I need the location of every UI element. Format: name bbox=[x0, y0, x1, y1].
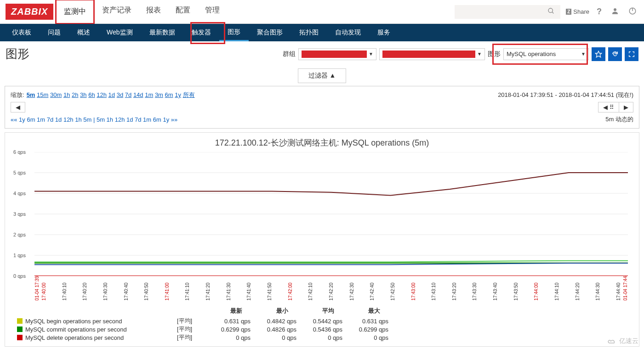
graph-select[interactable]: MySQL operations ▼ bbox=[503, 48, 589, 60]
x-tick: 17:43:20 bbox=[452, 276, 457, 300]
host-select[interactable]: ▼ bbox=[379, 48, 485, 60]
group-select[interactable]: ▼ bbox=[298, 48, 376, 60]
zoom-link-6h[interactable]: 6h bbox=[88, 91, 95, 98]
subnav-services[interactable]: 服务 bbox=[369, 24, 399, 41]
x-tick: 17:40:00 bbox=[41, 276, 46, 300]
search-icon[interactable] bbox=[546, 6, 557, 18]
legend-header-latest: 最新 bbox=[196, 307, 242, 315]
svg-point-0 bbox=[548, 8, 553, 12]
legend-max: 0 qps bbox=[342, 334, 388, 341]
zoom-link-3m[interactable]: 3m bbox=[155, 91, 163, 98]
series-line bbox=[34, 261, 628, 262]
zoom-link-1m[interactable]: 1m bbox=[145, 91, 153, 98]
legend-header-max: 最大 bbox=[334, 307, 380, 315]
zoom-link-3h[interactable]: 3h bbox=[80, 91, 86, 98]
x-tick: 17:43:40 bbox=[493, 276, 498, 300]
zoom-link-1y[interactable]: 1y bbox=[175, 91, 181, 98]
search-input[interactable] bbox=[458, 8, 546, 15]
x-tick: 17:42:30 bbox=[349, 276, 354, 300]
time-next-button[interactable]: ▶ bbox=[619, 102, 633, 113]
subnav-latest[interactable]: 最新数据 bbox=[141, 24, 183, 41]
zoom-link-15m[interactable]: 15m bbox=[37, 91, 48, 98]
x-tick: 17:44:10 bbox=[554, 276, 559, 300]
topnav-config[interactable]: 配置 bbox=[168, 0, 198, 24]
zoom-link-14d[interactable]: 14d bbox=[133, 91, 143, 98]
x-tick: 17:41:40 bbox=[246, 276, 251, 300]
time-prev-small-button[interactable]: ◀ ⠿ bbox=[598, 102, 619, 113]
zoom-link-2h[interactable]: 2h bbox=[72, 91, 78, 98]
legend-min: 0.4826 qps bbox=[251, 326, 296, 333]
time-prev-button[interactable]: ◀ bbox=[11, 102, 25, 113]
zoom-link-12h[interactable]: 12h bbox=[97, 91, 107, 98]
legend-name: MySQL begin operations per second bbox=[25, 318, 177, 325]
legend-type: [平均] bbox=[177, 317, 205, 325]
x-tick: 17:40:30 bbox=[103, 276, 108, 300]
user-icon[interactable] bbox=[609, 5, 621, 18]
zoom-link-7d[interactable]: 7d bbox=[125, 91, 131, 98]
page-header: 图形 群组 ▼ ▼ 图形 MySQL operations ▼ bbox=[0, 41, 644, 67]
filter-toggle[interactable]: 过滤器 ▲ bbox=[298, 68, 347, 83]
topnav-admin[interactable]: 管理 bbox=[198, 0, 227, 24]
share-button[interactable]: Z Share bbox=[566, 8, 589, 15]
zoom-link-6m[interactable]: 6m bbox=[165, 91, 173, 98]
favorite-button[interactable] bbox=[592, 47, 605, 61]
x-tick: 17:44:20 bbox=[575, 276, 580, 300]
zoom-link-1h[interactable]: 1h bbox=[63, 91, 70, 98]
zoom-panel: 缩放: 5m 15m 30m 1h 2h 3h 6h 12h 1d 3d 7d … bbox=[5, 86, 639, 129]
logout-icon[interactable] bbox=[627, 5, 638, 18]
legend-swatch bbox=[17, 318, 23, 324]
zoom-link-所有[interactable]: 所有 bbox=[183, 91, 195, 98]
legend-avg: 0.5436 qps bbox=[296, 326, 342, 333]
watermark: 亿速云 bbox=[607, 337, 638, 345]
x-tick: 17:40:20 bbox=[82, 276, 87, 300]
time-nav-links-left[interactable]: «« 1y 6m 1m 7d 1d 12h 1h 5m | 5m 1h 12h … bbox=[11, 116, 177, 123]
chevron-down-icon: ▼ bbox=[581, 51, 586, 56]
x-tick: 17:42:40 bbox=[370, 276, 375, 300]
legend-type: [平均] bbox=[177, 325, 205, 333]
graph-select-value: MySQL operations bbox=[507, 51, 556, 57]
chart-container: 172.21.100.12-长沙测试网络主机: MySQL operations… bbox=[5, 132, 639, 347]
legend-latest: 0.6299 qps bbox=[205, 326, 251, 333]
filter-tab-row: 过滤器 ▲ bbox=[0, 68, 644, 83]
subnav-discovery[interactable]: 自动发现 bbox=[327, 24, 369, 41]
chart-plot: 6 qps5 qps4 qps3 qps2 qps1 qps0 qps bbox=[34, 152, 628, 276]
x-tick: 17:43:30 bbox=[472, 276, 477, 300]
legend-name: MySQL commit operations per second bbox=[25, 326, 177, 333]
zoom-link-1d[interactable]: 1d bbox=[108, 91, 115, 98]
x-tick: 17:44:40 bbox=[616, 276, 621, 300]
subnav-maps[interactable]: 拓扑图 bbox=[291, 24, 327, 41]
legend-row: MySQL delete operations per second[平均]0 … bbox=[17, 333, 633, 342]
zoom-link-3d[interactable]: 3d bbox=[117, 91, 123, 98]
legend-row: MySQL begin operations per second[平均]0.6… bbox=[17, 317, 633, 325]
topnav-reports[interactable]: 报表 bbox=[139, 0, 168, 24]
y-axis: 6 qps5 qps4 qps3 qps2 qps1 qps0 qps bbox=[13, 152, 26, 276]
refresh-button[interactable] bbox=[608, 47, 622, 61]
topnav-monitoring[interactable]: 监测中 bbox=[55, 0, 95, 24]
zoom-link-30m[interactable]: 30m bbox=[50, 91, 62, 98]
subnav-screens[interactable]: 聚合图形 bbox=[249, 24, 291, 41]
help-icon[interactable]: ? bbox=[595, 5, 604, 18]
page-title: 图形 bbox=[6, 46, 29, 62]
subnav-dashboard[interactable]: 仪表板 bbox=[4, 24, 40, 41]
subnav-overview[interactable]: 概述 bbox=[69, 24, 98, 41]
legend-latest: 0 qps bbox=[205, 334, 251, 341]
x-tick: 17:42:20 bbox=[329, 276, 334, 300]
svg-marker-5 bbox=[595, 51, 601, 57]
x-tick: 17:42:10 bbox=[308, 276, 313, 300]
logo[interactable]: ZABBIX bbox=[6, 4, 53, 20]
search-box[interactable] bbox=[455, 5, 560, 19]
legend-max: 0.6299 qps bbox=[342, 326, 388, 333]
time-range: 2018-01-04 17:39:51 - 2018-01-04 17:44:5… bbox=[498, 91, 633, 99]
group-label: 群组 bbox=[283, 50, 296, 58]
legend-min: 0 qps bbox=[251, 334, 296, 341]
zoom-label: 缩放: bbox=[11, 91, 24, 99]
share-z-icon: Z bbox=[566, 9, 571, 15]
x-tick: 17:40:40 bbox=[124, 276, 129, 300]
subnav-problems[interactable]: 问题 bbox=[40, 24, 69, 41]
fullscreen-button[interactable] bbox=[625, 47, 638, 61]
topnav-inventory[interactable]: 资产记录 bbox=[95, 0, 139, 24]
x-tick: 17:43:00 bbox=[411, 276, 416, 300]
x-tick: 17:42:00 bbox=[288, 276, 293, 300]
subnav-web[interactable]: Web监测 bbox=[98, 24, 141, 41]
zoom-link-5m[interactable]: 5m bbox=[27, 91, 35, 98]
